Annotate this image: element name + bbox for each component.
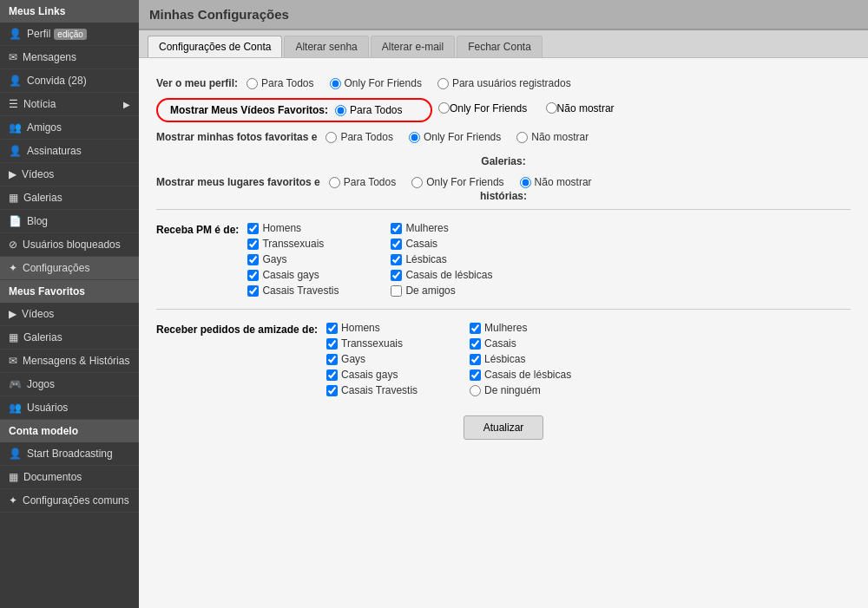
- fav-galerias-icon: ▦: [9, 331, 18, 343]
- receba-pm-mulheres[interactable]: Mulheres: [391, 222, 492, 234]
- ver-perfil-registrados[interactable]: Para usuários registrados: [437, 77, 571, 89]
- galerias-icon: ▦: [9, 192, 18, 204]
- tab-bar: Configurações de Conta Alterar senha Alt…: [139, 30, 868, 58]
- tab-alterar-email[interactable]: Alterar e-mail: [371, 36, 455, 57]
- sidebar-section-meus-links: Meus Links: [0, 0, 139, 23]
- documentos-icon: ▦: [9, 471, 18, 483]
- receber-pedidos-label: Receber pedidos de amizade de:: [156, 322, 318, 336]
- receba-pm-casais-lesbicas[interactable]: Casais de lésbicas: [391, 269, 492, 281]
- sidebar-item-amigos[interactable]: 👥 Amigos: [0, 116, 139, 140]
- mostrar-lugares-only-for-friends[interactable]: Only For Friends: [411, 176, 503, 188]
- user-icon: 👤: [9, 28, 22, 40]
- bloqueados-icon: ⊘: [9, 239, 17, 251]
- fav-videos-icon: ▶: [9, 308, 16, 320]
- ver-perfil-label: Ver o meu perfil:: [156, 77, 238, 89]
- galerias-label: Galerias:: [156, 148, 851, 171]
- mostrar-fotos-row: Mostrar minhas fotos favoritas e Para To…: [156, 126, 851, 148]
- sidebar-item-fav-videos[interactable]: ▶ Vídeos: [0, 303, 139, 326]
- blog-icon: 📄: [9, 215, 22, 227]
- page-title: Minhas Configurações: [139, 0, 868, 30]
- conf-comuns-icon: ✦: [9, 494, 17, 507]
- sidebar-label-amigos: Amigos: [27, 121, 62, 134]
- receba-pm-transsexuais[interactable]: Transsexuais: [247, 238, 339, 250]
- receba-pm-left-col: Homens Transsexuais Gays Casais gays Cas…: [247, 222, 339, 297]
- sidebar-label-convida: Convida (28): [27, 75, 87, 87]
- sidebar-item-broadcasting[interactable]: 👤 Start Broadcasting: [0, 442, 139, 466]
- receber-pedidos-casais-travestis[interactable]: Casais Travestis: [326, 384, 418, 396]
- ver-perfil-para-todos[interactable]: Para Todos: [247, 77, 314, 89]
- sidebar-label-videos: Vídeos: [22, 168, 54, 180]
- noticia-icon: ☰: [9, 98, 18, 110]
- receba-pm-de-amigos[interactable]: De amigos: [391, 284, 492, 297]
- mostrar-fotos-only-for-friends[interactable]: Only For Friends: [409, 131, 501, 143]
- sidebar-label-usuarios-bloqueados: Usuários bloqueados: [23, 239, 121, 251]
- mostrar-videos-para-todos[interactable]: Para Todos: [335, 104, 403, 116]
- mostrar-fotos-nao-mostrar[interactable]: Não mostrar: [516, 131, 589, 143]
- receba-pm-casais[interactable]: Casais: [391, 238, 492, 250]
- receber-pedidos-transsexuais[interactable]: Transsexuais: [326, 337, 418, 350]
- sidebar-label-configuracoes: Configurações: [23, 262, 89, 274]
- sidebar-label-noticia: Notícia: [23, 98, 56, 110]
- tab-configuracoes-conta[interactable]: Configurações de Conta: [148, 36, 282, 57]
- videos-icon: ▶: [9, 168, 16, 180]
- historias-label: histórias:: [156, 190, 851, 202]
- sidebar-item-documentos[interactable]: ▦ Documentos: [0, 466, 139, 489]
- mostrar-videos-highlight: Mostrar Meus Vídeos Favoritos: Para Todo…: [156, 98, 432, 122]
- update-button[interactable]: Atualizar: [464, 415, 544, 440]
- sidebar-label-conf-comuns: Configurações comuns: [23, 494, 129, 507]
- sidebar-label-fav-mensagens: Mensagens & Histórias: [23, 355, 129, 367]
- sidebar-item-galerias[interactable]: ▦ Galerias: [0, 186, 139, 210]
- receba-pm-homens[interactable]: Homens: [247, 222, 339, 234]
- receber-pedidos-homens[interactable]: Homens: [326, 322, 418, 334]
- receber-pedidos-gays[interactable]: Gays: [326, 353, 418, 365]
- broadcasting-icon: 👤: [9, 448, 22, 460]
- sidebar: Meus Links 👤 Perfil edição ✉ Mensagens 👤…: [0, 0, 139, 608]
- receba-pm-gays[interactable]: Gays: [247, 253, 339, 265]
- sidebar-label-fav-videos: Vídeos: [22, 308, 54, 320]
- receba-pm-lesbicas[interactable]: Lésbicas: [391, 253, 492, 265]
- mostrar-lugares-nao-mostrar[interactable]: Não mostrar: [520, 176, 592, 188]
- sidebar-item-convida[interactable]: 👤 Convida (28): [0, 69, 139, 93]
- sidebar-item-assinaturas[interactable]: 👤 Assinaturas: [0, 140, 139, 163]
- assinaturas-icon: 👤: [9, 145, 22, 157]
- sidebar-item-fav-jogos[interactable]: 🎮 Jogos: [0, 373, 139, 396]
- sidebar-item-videos[interactable]: ▶ Vídeos: [0, 163, 139, 186]
- receber-pedidos-de-ninguem[interactable]: De ninguém: [470, 384, 571, 396]
- sidebar-item-noticia[interactable]: ☰ Notícia ▶: [0, 93, 139, 116]
- sidebar-item-fav-usuarios[interactable]: 👥 Usuários: [0, 396, 139, 420]
- sidebar-item-conf-comuns[interactable]: ✦ Configurações comuns: [0, 489, 139, 513]
- receber-pedidos-casais[interactable]: Casais: [470, 337, 571, 350]
- main-content: Minhas Configurações Configurações de Co…: [139, 0, 868, 608]
- receber-pedidos-casais-lesbicas[interactable]: Casais de lésbicas: [470, 369, 571, 381]
- mostrar-videos-only-for-friends[interactable]: Only For Friends: [438, 104, 546, 116]
- mostrar-fotos-label: Mostrar minhas fotos favoritas e: [156, 131, 317, 143]
- sidebar-item-configuracoes[interactable]: ✦ Configurações: [0, 257, 139, 280]
- ver-perfil-row: Ver o meu perfil: Para Todos Only For Fr…: [156, 72, 851, 95]
- sidebar-item-mensagens[interactable]: ✉ Mensagens: [0, 46, 139, 69]
- receba-pm-casais-gays[interactable]: Casais gays: [247, 269, 339, 281]
- perfil-badge: edição: [54, 29, 86, 40]
- sidebar-item-blog[interactable]: 📄 Blog: [0, 210, 139, 233]
- noticia-arrow-icon: ▶: [123, 100, 130, 109]
- sidebar-item-usuarios-bloqueados[interactable]: ⊘ Usuários bloqueados: [0, 233, 139, 257]
- receber-pedidos-lesbicas[interactable]: Lésbicas: [470, 353, 571, 365]
- mostrar-fotos-para-todos[interactable]: Para Todos: [326, 131, 393, 143]
- sidebar-item-fav-mensagens[interactable]: ✉ Mensagens & Histórias: [0, 350, 139, 373]
- mostrar-videos-row: Mostrar Meus Vídeos Favoritos: Para Todo…: [156, 95, 851, 126]
- mostrar-lugares-para-todos[interactable]: Para Todos: [329, 176, 397, 188]
- receber-pedidos-mulheres[interactable]: Mulheres: [470, 322, 571, 334]
- ver-perfil-only-for-friends[interactable]: Only For Friends: [330, 77, 422, 89]
- divider-2: [156, 309, 851, 310]
- mostrar-videos-nao-mostrar[interactable]: Não mostrar: [546, 104, 615, 116]
- sidebar-label-fav-usuarios: Usuários: [27, 402, 68, 414]
- receber-pedidos-casais-gays[interactable]: Casais gays: [326, 369, 418, 381]
- receba-pm-casais-travestis[interactable]: Casais Travestis: [247, 284, 339, 297]
- settings-content: Ver o meu perfil: Para Todos Only For Fr…: [139, 58, 868, 608]
- sidebar-item-perfil[interactable]: 👤 Perfil edição: [0, 23, 139, 46]
- fav-usuarios-icon: 👥: [9, 402, 22, 414]
- sidebar-item-fav-galerias[interactable]: ▦ Galerias: [0, 326, 139, 350]
- tab-alterar-senha[interactable]: Alterar senha: [284, 36, 368, 57]
- receber-pedidos-right-col: Mulheres Casais Lésbicas Casais de lésbi…: [470, 322, 571, 396]
- tab-fechar-conta[interactable]: Fechar Conta: [457, 36, 542, 57]
- mostrar-videos-label: Mostrar Meus Vídeos Favoritos:: [170, 104, 328, 116]
